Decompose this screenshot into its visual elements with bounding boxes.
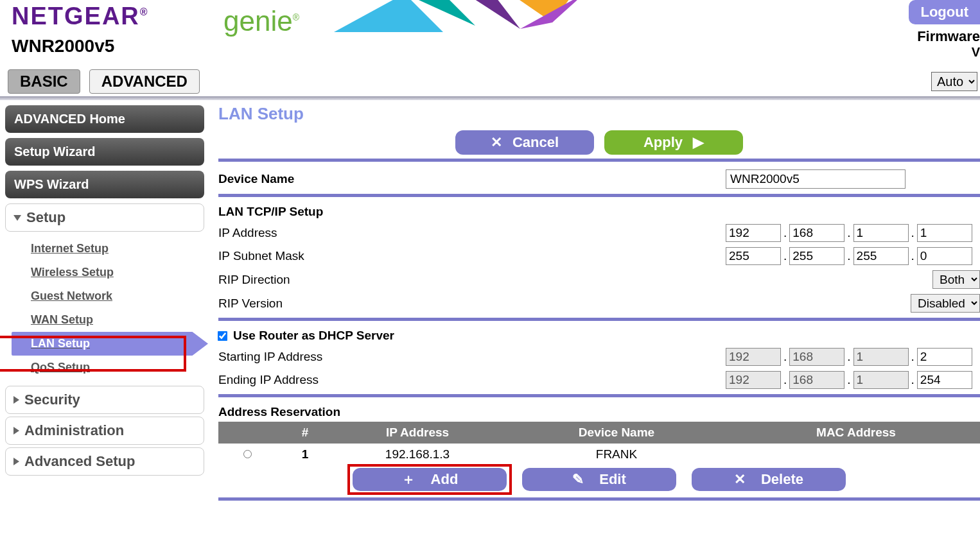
- sidebar-section-setup[interactable]: Setup: [5, 203, 204, 232]
- sidebar-section-security[interactable]: Security: [5, 386, 204, 414]
- end-ip-octet-4[interactable]: [917, 371, 972, 389]
- dhcp-checkbox-label: Use Router as DHCP Server: [233, 329, 980, 343]
- ending-ip-label: Ending IP Address: [218, 373, 726, 387]
- sidebar-item-wireless-setup[interactable]: Wireless Setup: [31, 261, 204, 284]
- svg-marker-2: [456, 0, 520, 29]
- ip-octet-4[interactable]: [917, 224, 972, 242]
- device-name-input[interactable]: [726, 169, 906, 189]
- reservation-row-radio[interactable]: [243, 450, 252, 458]
- reservation-row-mac: [732, 447, 980, 461]
- ip-address-label: IP Address: [218, 226, 726, 240]
- reservation-table-header: # IP Address Device Name MAC Address: [218, 422, 980, 444]
- apply-button[interactable]: Apply ▶: [604, 130, 743, 155]
- sidebar-item-wan-setup[interactable]: WAN Setup: [31, 308, 204, 332]
- divider: [218, 159, 980, 162]
- tab-advanced[interactable]: ADVANCED: [89, 69, 200, 94]
- tcpip-header: LAN TCP/IP Setup: [218, 205, 726, 219]
- sidebar-item-wps-wizard[interactable]: WPS Wizard: [5, 171, 204, 198]
- add-button[interactable]: ＋ Add: [353, 468, 507, 491]
- mask-octet-2[interactable]: [789, 247, 844, 265]
- play-icon: ▶: [693, 134, 704, 151]
- close-icon: ✕: [491, 134, 502, 151]
- subnet-mask-label: IP Subnet Mask: [218, 249, 726, 263]
- rip-direction-select[interactable]: Both: [932, 270, 980, 289]
- reservation-row-ip: 192.168.1.3: [334, 447, 501, 461]
- mask-octet-1[interactable]: [726, 247, 781, 265]
- language-select[interactable]: Auto: [931, 72, 977, 91]
- delete-button[interactable]: ✕ Delete: [692, 468, 846, 491]
- sidebar-item-setup-wizard[interactable]: Setup Wizard: [5, 138, 204, 166]
- divider: [218, 318, 980, 321]
- start-ip-octet-2: [789, 348, 844, 366]
- address-reservation-header: Address Reservation: [218, 405, 726, 419]
- model-label: WNR2000v5: [12, 36, 114, 56]
- sidebar-item-advanced-home[interactable]: ADVANCED Home: [5, 105, 204, 133]
- end-ip-octet-2: [789, 371, 844, 389]
- reservation-row-number: 1: [276, 447, 334, 461]
- logout-button[interactable]: Logout: [909, 0, 980, 24]
- reservation-table-row: 1 192.168.1.3 FRANK: [218, 444, 980, 465]
- firmware-label: Firmware: [909, 28, 980, 45]
- reservation-row-device: FRANK: [501, 447, 732, 461]
- sidebar-section-advanced-setup[interactable]: Advanced Setup: [5, 447, 204, 476]
- close-icon: ✕: [734, 471, 746, 488]
- rip-direction-label: RIP Direction: [218, 273, 726, 287]
- starting-ip-label: Starting IP Address: [218, 350, 726, 364]
- cancel-button[interactable]: ✕ Cancel: [455, 130, 594, 155]
- end-ip-octet-1: [726, 371, 781, 389]
- firmware-version: V: [909, 45, 980, 60]
- start-ip-octet-3: [853, 348, 909, 366]
- plus-icon: ＋: [401, 470, 416, 489]
- start-ip-octet-4[interactable]: [917, 348, 972, 366]
- ip-octet-1[interactable]: [726, 224, 781, 242]
- netgear-logo: NETGEAR®: [12, 3, 149, 30]
- end-ip-octet-3: [853, 371, 909, 389]
- ip-octet-2[interactable]: [789, 224, 844, 242]
- chevron-right-icon: [13, 427, 19, 435]
- sidebar-item-guest-network[interactable]: Guest Network: [31, 284, 204, 308]
- sidebar-item-internet-setup[interactable]: Internet Setup: [31, 237, 204, 261]
- dhcp-server-checkbox[interactable]: [218, 331, 228, 341]
- divider: [218, 194, 980, 197]
- rip-version-select[interactable]: Disabled: [911, 294, 980, 313]
- page-title: LAN Setup: [218, 100, 980, 130]
- language-select-wrap: Auto: [931, 72, 977, 91]
- sidebar-item-qos-setup[interactable]: QoS Setup: [31, 356, 204, 379]
- chevron-right-icon: [13, 458, 19, 465]
- start-ip-octet-1: [726, 348, 781, 366]
- sidebar-section-administration[interactable]: Administration: [5, 417, 204, 445]
- svg-marker-0: [334, 0, 443, 32]
- chevron-right-icon: [13, 396, 19, 404]
- pencil-icon: ✎: [572, 471, 584, 488]
- tab-basic[interactable]: BASIC: [8, 69, 80, 94]
- sidebar-item-lan-setup[interactable]: LAN Setup: [12, 332, 204, 356]
- mask-octet-4[interactable]: [917, 247, 972, 265]
- device-name-label: Device Name: [218, 172, 726, 186]
- decorative-shapes: [308, 0, 668, 40]
- divider: [218, 497, 980, 501]
- chevron-down-icon: [13, 215, 21, 221]
- rip-version-label: RIP Version: [218, 297, 726, 311]
- ip-octet-3[interactable]: [853, 224, 909, 242]
- genie-logo: genie®: [223, 5, 299, 37]
- mask-octet-3[interactable]: [853, 247, 909, 265]
- edit-button[interactable]: ✎ Edit: [522, 468, 676, 491]
- divider: [218, 394, 980, 397]
